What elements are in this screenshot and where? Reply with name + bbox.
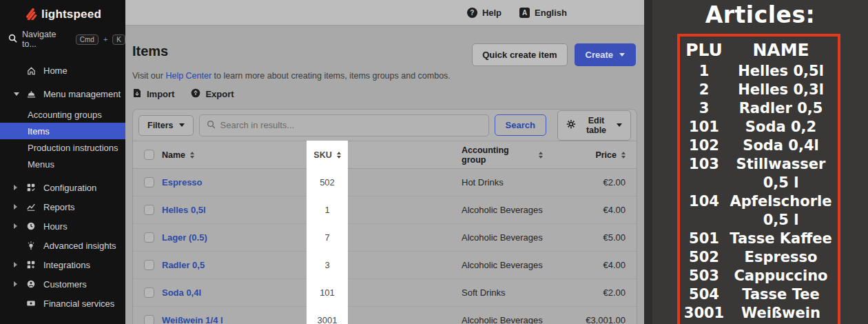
item-name-link[interactable]: Radler 0,5	[162, 260, 205, 270]
accounting-group-cell: Hot Drinks	[348, 169, 543, 196]
price-cell: €4.00	[543, 252, 626, 279]
row-checkbox[interactable]	[144, 287, 154, 298]
row-checkbox[interactable]	[144, 205, 154, 215]
price-cell: €4.00	[543, 196, 626, 223]
table-row: Weißwein 1/4 l 3001 Alcoholic Beverages …	[133, 307, 637, 324]
sku-cell: 3001	[307, 307, 348, 324]
sidebar: lightspeed Navigate to... Cmd + K Home	[0, 0, 125, 324]
table-row: Radler 0,5 3 Alcoholic Beverages €4.00	[133, 252, 637, 279]
home-icon	[25, 65, 37, 76]
insights-icon	[25, 240, 37, 251]
sidebar-item-integrations[interactable]: Integrations	[0, 255, 125, 274]
sidebar-item-financial-services[interactable]: Financial services	[0, 294, 125, 313]
sidebar-item-reports[interactable]: Reports	[0, 197, 125, 216]
item-name-link[interactable]: Espresso	[162, 177, 203, 188]
items-table-card: Filters Search	[132, 109, 637, 324]
sidebar-item-label: Home	[43, 65, 68, 76]
edit-table-button[interactable]: Edit table	[557, 110, 631, 141]
select-all-checkbox[interactable]	[144, 150, 154, 160]
table-toolbar: Filters Search	[133, 110, 637, 141]
article-plu: 101	[680, 118, 728, 136]
navigate-to-search[interactable]: Navigate to... Cmd + K	[0, 29, 125, 50]
financial-icon	[25, 298, 37, 309]
article-plu: 3001	[680, 304, 728, 324]
row-checkbox[interactable]	[144, 315, 154, 324]
sidebar-item-customers[interactable]: Customers	[0, 274, 125, 294]
table-row: Lager (0.5) 7 Alcoholic Beverages €5.00	[133, 224, 637, 252]
chevron-right-icon	[14, 262, 20, 267]
article-plu: 501	[680, 230, 728, 248]
customers-icon	[25, 279, 37, 290]
app-window: lightspeed Navigate to... Cmd + K Home	[0, 0, 868, 324]
export-button[interactable]: Export	[191, 88, 234, 100]
column-header-accounting-group[interactable]: Accounting group	[348, 141, 543, 168]
sub-item-label: Items	[28, 126, 50, 136]
article-name: Apfelschorle 0,5 l	[728, 192, 838, 230]
sidebar-item-label: Menu management	[43, 89, 121, 99]
item-name-link[interactable]: Weißwein 1/4 l	[162, 315, 223, 324]
sidebar-item-home[interactable]: Home	[0, 59, 125, 81]
article-row: 104Apfelschorle 0,5 l	[680, 192, 838, 230]
search-button[interactable]: Search	[495, 114, 546, 136]
quick-create-item-button[interactable]: Quick create item	[472, 43, 567, 66]
flame-icon	[24, 7, 37, 23]
header-label: Accounting group	[462, 145, 534, 165]
article-name: Espresso	[728, 248, 838, 267]
sidebar-item-label: Configuration	[43, 183, 96, 193]
gear-icon	[566, 119, 576, 131]
help-menu[interactable]: ? Help	[467, 8, 502, 18]
column-header-name[interactable]: Name	[162, 141, 307, 168]
filters-button[interactable]: Filters	[138, 115, 194, 136]
sku-cell: 502	[307, 169, 348, 196]
item-name-link[interactable]: Lager (0.5)	[162, 232, 207, 243]
sidebar-item-advanced-insights[interactable]: Advanced insights	[0, 236, 125, 255]
create-button[interactable]: Create	[575, 43, 636, 66]
header-label: Name	[162, 150, 185, 160]
page-subtitle: Visit our Help Center to learn more abou…	[132, 71, 637, 81]
price-cell: €2.00	[543, 279, 626, 306]
sidebar-item-menu-management[interactable]: Menu management	[0, 81, 125, 106]
sidebar-item-items[interactable]: Items	[0, 123, 125, 139]
sort-icon	[337, 152, 341, 159]
column-header-price[interactable]: Price	[543, 141, 626, 168]
row-checkbox[interactable]	[144, 260, 154, 270]
table-header-row: Name SKU Accounting group Price	[133, 141, 637, 169]
search-input[interactable]	[220, 120, 482, 130]
item-name-link[interactable]: Helles 0,5l	[162, 205, 206, 215]
export-label: Export	[205, 89, 234, 99]
column-header-sku[interactable]: SKU	[307, 141, 348, 168]
article-name: Soda 0,2	[728, 118, 838, 136]
row-checkbox[interactable]	[144, 177, 154, 188]
chevron-right-icon	[14, 204, 20, 210]
article-row: 502Espresso	[680, 248, 838, 267]
sidebar-item-label: Financial services	[43, 298, 114, 309]
article-row: 2Helles 0,3l	[680, 81, 838, 99]
row-checkbox[interactable]	[144, 232, 154, 243]
search-field[interactable]	[199, 114, 489, 136]
sidebar-item-configuration[interactable]: Configuration	[0, 178, 125, 197]
plus-separator: +	[103, 35, 107, 43]
header-label: SKU	[313, 150, 331, 160]
sidebar-item-accounting-groups[interactable]: Accounting groups	[0, 106, 125, 123]
sidebar-item-hours[interactable]: Hours	[0, 216, 125, 236]
accounting-group-cell: Alcoholic Beverages	[348, 307, 543, 324]
help-label: Help	[482, 8, 502, 18]
lightspeed-logo[interactable]: lightspeed	[0, 0, 125, 29]
chevron-down-icon	[14, 92, 19, 99]
language-label: English	[535, 8, 567, 18]
article-name: Helles 0,3l	[728, 81, 838, 99]
article-name: Soda 0,4l	[728, 136, 838, 155]
article-name: Cappuccino	[728, 267, 838, 285]
language-menu[interactable]: A English	[519, 8, 567, 18]
item-name-link[interactable]: Soda 0,4l	[162, 287, 201, 298]
import-icon	[132, 88, 142, 100]
k-key: K	[112, 34, 125, 45]
sort-icon	[621, 152, 626, 159]
article-plu: 1	[680, 62, 728, 81]
sidebar-item-production-instructions[interactable]: Production instructions	[0, 139, 125, 156]
import-button[interactable]: Import	[132, 88, 174, 100]
sidebar-item-label: Integrations	[43, 260, 90, 270]
window-edge	[644, 0, 652, 324]
sidebar-item-menus[interactable]: Menus	[0, 156, 125, 172]
help-center-link[interactable]: Help Center	[165, 71, 211, 81]
